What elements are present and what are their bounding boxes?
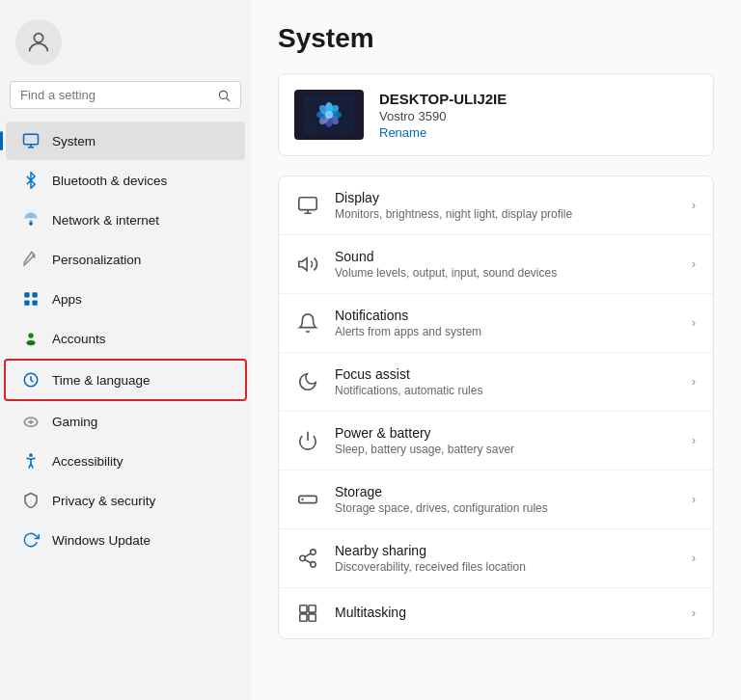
sound-chevron: › bbox=[692, 257, 696, 271]
focus-chevron: › bbox=[692, 375, 696, 389]
sidebar-label-bluetooth: Bluetooth & devices bbox=[52, 174, 167, 188]
sidebar-label-apps: Apps bbox=[52, 292, 82, 307]
device-thumbnail bbox=[294, 90, 364, 140]
sidebar-label-privacy: Privacy & security bbox=[52, 494, 155, 508]
bluetooth-icon bbox=[21, 171, 41, 190]
power-icon bbox=[296, 429, 319, 452]
storage-chevron: › bbox=[692, 493, 696, 506]
time-svg bbox=[22, 371, 40, 389]
svg-line-36 bbox=[305, 559, 311, 563]
sidebar-item-update[interactable]: Windows Update bbox=[6, 521, 245, 559]
sidebar-item-bluetooth[interactable]: Bluetooth & devices bbox=[6, 161, 245, 200]
settings-item-sound[interactable]: Sound Volume levels, output, input, soun… bbox=[279, 235, 713, 294]
storage-text: Storage Storage space, drives, configura… bbox=[335, 484, 676, 515]
power-svg bbox=[297, 430, 318, 451]
display-icon bbox=[296, 194, 319, 217]
search-box[interactable] bbox=[10, 81, 241, 109]
multitasking-chevron: › bbox=[692, 606, 696, 620]
nearby-chevron: › bbox=[692, 552, 696, 565]
search-input[interactable] bbox=[20, 88, 209, 102]
update-svg bbox=[22, 531, 40, 549]
sound-desc: Volume levels, output, input, sound devi… bbox=[335, 266, 676, 280]
sidebar-item-accounts[interactable]: Accounts bbox=[6, 319, 245, 358]
svg-point-1 bbox=[219, 91, 227, 98]
user-avatar[interactable] bbox=[15, 19, 62, 66]
settings-item-power[interactable]: Power & battery Sleep, battery usage, ba… bbox=[279, 412, 713, 471]
device-info: DESKTOP-ULIJ2IE Vostro 3590 Rename bbox=[379, 91, 507, 140]
svg-rect-41 bbox=[309, 614, 316, 621]
settings-item-storage[interactable]: Storage Storage space, drives, configura… bbox=[279, 471, 713, 529]
power-text: Power & battery Sleep, battery usage, ba… bbox=[335, 425, 676, 456]
settings-item-focus[interactable]: Focus assist Notifications, automatic ru… bbox=[279, 353, 713, 412]
personalization-svg bbox=[22, 251, 40, 268]
svg-point-27 bbox=[325, 111, 333, 119]
sidebar-item-system[interactable]: System bbox=[6, 121, 245, 160]
display-label: Display bbox=[335, 190, 676, 205]
storage-desc: Storage space, drives, configuration rul… bbox=[335, 501, 676, 515]
settings-item-nearby[interactable]: Nearby sharing Discoverability, received… bbox=[279, 529, 713, 588]
nearby-desc: Discoverability, received files location bbox=[335, 560, 676, 574]
settings-item-notifications[interactable]: Notifications Alerts from apps and syste… bbox=[279, 294, 713, 353]
privacy-icon bbox=[21, 491, 41, 510]
nearby-text: Nearby sharing Discoverability, received… bbox=[335, 543, 676, 574]
device-rename-link[interactable]: Rename bbox=[379, 125, 507, 140]
multitasking-text: Multitasking bbox=[335, 605, 676, 622]
personalization-icon bbox=[21, 250, 41, 269]
focus-svg bbox=[297, 371, 318, 392]
accounts-svg bbox=[22, 330, 40, 347]
notifications-svg bbox=[297, 312, 318, 334]
svg-line-2 bbox=[227, 97, 230, 100]
power-chevron: › bbox=[692, 434, 696, 447]
focus-text: Focus assist Notifications, automatic ru… bbox=[335, 366, 676, 397]
svg-rect-7 bbox=[24, 301, 29, 306]
page-title: System bbox=[278, 23, 714, 54]
svg-point-4 bbox=[29, 222, 33, 226]
apps-svg bbox=[22, 290, 40, 308]
accessibility-svg bbox=[22, 452, 40, 470]
sidebar-item-gaming[interactable]: Gaming bbox=[6, 402, 245, 441]
svg-point-33 bbox=[311, 550, 316, 555]
settings-item-multitasking[interactable]: Multitasking › bbox=[279, 588, 713, 638]
focus-desc: Notifications, automatic rules bbox=[335, 384, 676, 397]
sidebar-item-time[interactable]: Time & language bbox=[4, 359, 247, 401]
bluetooth-svg bbox=[22, 172, 40, 189]
display-desc: Monitors, brightness, night light, displ… bbox=[335, 207, 676, 221]
device-model: Vostro 3590 bbox=[379, 109, 507, 123]
focus-label: Focus assist bbox=[335, 366, 676, 382]
svg-point-17 bbox=[30, 454, 32, 456]
time-icon bbox=[21, 370, 41, 390]
multitasking-icon bbox=[296, 602, 319, 625]
storage-svg bbox=[297, 489, 318, 510]
sidebar-item-privacy[interactable]: Privacy & security bbox=[6, 481, 245, 520]
sound-icon bbox=[296, 253, 319, 276]
notifications-desc: Alerts from apps and system bbox=[335, 325, 676, 338]
notifications-text: Notifications Alerts from apps and syste… bbox=[335, 308, 676, 338]
search-icon bbox=[217, 89, 231, 102]
sidebar-item-apps[interactable]: Apps bbox=[6, 280, 245, 318]
focus-icon bbox=[296, 370, 319, 393]
accounts-icon bbox=[21, 329, 41, 348]
search-button[interactable] bbox=[217, 89, 231, 102]
svg-rect-6 bbox=[33, 292, 38, 297]
main-content: System bbox=[251, 0, 741, 700]
storage-icon bbox=[296, 488, 319, 511]
sound-label: Sound bbox=[335, 249, 676, 264]
sidebar: System Bluetooth & devices Network & bbox=[0, 0, 251, 700]
device-card: DESKTOP-ULIJ2IE Vostro 3590 Rename bbox=[278, 73, 714, 156]
svg-rect-40 bbox=[300, 614, 307, 621]
sidebar-item-personalization[interactable]: Personalization bbox=[6, 240, 245, 279]
power-desc: Sleep, battery usage, battery saver bbox=[335, 443, 676, 456]
multitasking-label: Multitasking bbox=[335, 605, 676, 620]
sidebar-label-personalization: Personalization bbox=[52, 253, 141, 267]
svg-rect-39 bbox=[309, 606, 316, 612]
sidebar-item-network[interactable]: Network & internet bbox=[6, 201, 245, 239]
settings-item-display[interactable]: Display Monitors, brightness, night ligh… bbox=[279, 176, 713, 235]
sidebar-item-accessibility[interactable]: Accessibility bbox=[6, 442, 245, 480]
sidebar-label-accounts: Accounts bbox=[52, 332, 106, 346]
nav-list: System Bluetooth & devices Network & bbox=[0, 121, 251, 700]
power-label: Power & battery bbox=[335, 425, 676, 441]
svg-point-10 bbox=[27, 340, 36, 345]
sidebar-label-update: Windows Update bbox=[52, 533, 151, 548]
network-svg bbox=[22, 211, 40, 229]
windows-logo bbox=[304, 95, 354, 134]
